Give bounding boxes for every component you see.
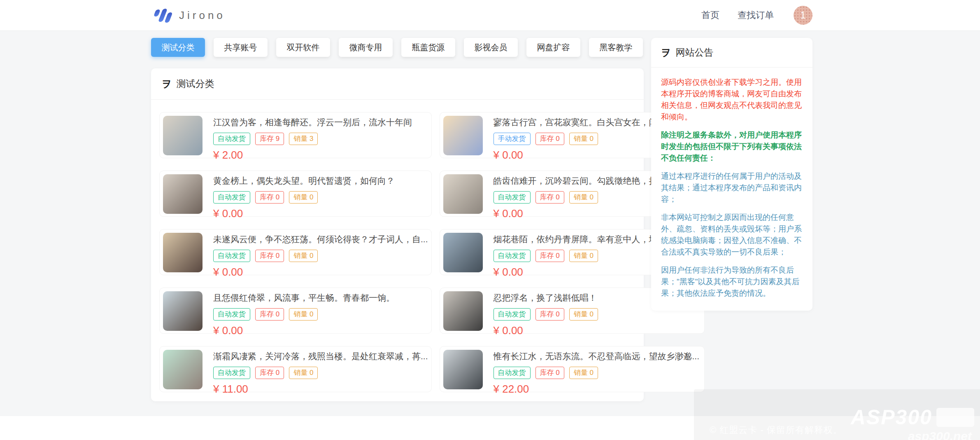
delivery-badge: 自动发货 — [493, 308, 531, 321]
sales-badge: 销量 0 — [569, 133, 598, 145]
nav-find-order-link[interactable]: 查找订单 — [738, 9, 774, 21]
category-tab[interactable]: 微商专用 — [339, 38, 393, 57]
product-thumbnail — [443, 350, 483, 389]
category-icon: ヲ — [162, 79, 172, 89]
category-tab[interactable]: 测试分类 — [151, 38, 205, 57]
sales-badge: 销量 0 — [289, 250, 318, 262]
delivery-badge: 自动发货 — [213, 191, 250, 204]
delivery-badge: 自动发货 — [213, 250, 250, 262]
announcement-body: 源码内容仅供创业者下载学习之用。使用本程序开设的博客商城，网友可自由发布相关信息… — [651, 68, 812, 311]
user-avatar[interactable]: 1 — [794, 6, 812, 25]
delivery-badge: 手动发货 — [493, 133, 531, 145]
panel-header: ヲ 测试分类 — [151, 68, 644, 100]
announcement-card: ヲ 网站公告 源码内容仅供创业者下载学习之用。使用本程序开设的博客商城，网友可自… — [651, 38, 812, 311]
stock-badge: 库存 0 — [255, 367, 284, 379]
announcement-title: 网站公告 — [676, 46, 714, 59]
avatar-text: 1 — [800, 9, 805, 21]
announcement-header: ヲ 网站公告 — [651, 38, 812, 68]
stock-badge: 库存 0 — [255, 308, 284, 321]
product-card[interactable]: 惟有长江水，无语东流。不忍登高临远，望故乡渺邈... 自动发货 库存 0 销量 … — [440, 346, 705, 392]
sidebar: ヲ 网站公告 源码内容仅供创业者下载学习之用。使用本程序开设的博客商城，网友可自… — [651, 38, 812, 311]
product-badges: 自动发货 库存 9 销量 3 — [213, 133, 412, 145]
sales-badge: 销量 0 — [569, 250, 598, 262]
product-badges: 自动发货 库存 0 销量 0 — [213, 191, 395, 204]
sales-badge: 销量 0 — [289, 308, 318, 321]
product-price: ¥ 2.00 — [213, 149, 412, 161]
product-thumbnail — [163, 350, 203, 389]
product-card[interactable]: 未遂风云便，争不恣狂荡。何须论得丧？才子词人，自... 自动发货 库存 0 销量… — [159, 229, 432, 275]
product-thumbnail — [163, 291, 203, 331]
stock-badge: 库存 9 — [255, 133, 284, 145]
brand-name: Jirono — [179, 9, 226, 22]
announcement-paragraph: 通过本程序进行的任何属于用户的活动及其结果；通过本程序发布的产品和资讯内容； — [661, 171, 803, 205]
product-price: ¥ 0.00 — [213, 207, 395, 220]
product-price: ¥ 11.00 — [213, 383, 428, 396]
product-price: ¥ 22.00 — [493, 383, 700, 396]
product-card[interactable]: 且恁偎红倚翠，风流事，平生畅。青春都一饷。 自动发货 库存 0 销量 0 ¥ 0… — [159, 288, 432, 334]
delivery-badge: 自动发货 — [213, 133, 250, 145]
product-badges: 自动发货 库存 0 销量 0 — [213, 250, 428, 262]
product-thumbnail — [163, 233, 203, 272]
product-title: 江汉曾为客，相逢每醉还。浮云一别后，流水十年间 — [213, 117, 412, 128]
announcement-paragraph: 非本网站可控制之原因而出现的任何意外、疏忽、资料的丢失或毁坏等；用户系统感染电脑… — [661, 212, 803, 258]
stock-badge: 库存 0 — [535, 191, 564, 204]
product-price: ¥ 0.00 — [213, 266, 428, 279]
brand-logo-icon — [154, 7, 172, 24]
watermark: ASP300 asp300.net — [851, 405, 974, 440]
sales-badge: 销量 3 — [289, 133, 318, 145]
sales-badge: 销量 0 — [289, 367, 318, 379]
stock-badge: 库存 0 — [535, 308, 564, 321]
category-tab[interactable]: 双开软件 — [276, 38, 330, 57]
delivery-badge: 自动发货 — [213, 308, 250, 321]
category-tab[interactable]: 黑客教学 — [589, 38, 643, 57]
product-title: 渐霜风凄紧，关河冷落，残照当楼。是处红衰翠减，苒... — [213, 351, 428, 362]
product-badges: 自动发货 库存 0 销量 0 — [493, 367, 700, 379]
category-tab[interactable]: 共享账号 — [214, 38, 268, 57]
announcement-paragraph: 源码内容仅供创业者下载学习之用。使用本程序开设的博客商城，网友可自由发布相关信息… — [661, 77, 803, 123]
product-card[interactable]: 渐霜风凄紧，关河冷落，残照当楼。是处红衰翠减，苒... 自动发货 库存 0 销量… — [159, 346, 432, 392]
category-tab[interactable]: 网盘扩容 — [526, 38, 580, 57]
sales-badge: 销量 0 — [569, 367, 598, 379]
main-nav: 首页 查找订单 1 — [683, 6, 812, 25]
delivery-badge: 自动发货 — [493, 191, 531, 204]
content: 测试分类 共享账号 双开软件 微商专用 瓶盖货源 影视会员 网盘扩容 黑客教学 … — [151, 31, 812, 416]
product-thumbnail — [443, 233, 483, 272]
copyright-text: © 红盟云卡 - 保留所有解释权。 — [710, 424, 843, 436]
product-info: 江汉曾为客，相逢每醉还。浮云一别后，流水十年间 自动发货 库存 9 销量 3 ¥… — [213, 116, 412, 154]
product-thumbnail — [443, 174, 483, 214]
announcement-paragraph: 因用户任何非法行为导致的所有不良后果；"黑客"以及其他不可抗力因素及其后果；其他… — [661, 264, 803, 299]
category-panel: ヲ 测试分类 江汉曾为客，相逢每醉还。浮云一别后，流水十年间 自动发货 库存 9… — [151, 68, 644, 401]
product-badges: 自动发货 库存 0 销量 0 — [213, 367, 428, 379]
product-info: 黄金榜上，偶失龙头望。明代暂遗贤，如何向？ 自动发货 库存 0 销量 0 ¥ 0… — [213, 174, 395, 213]
brand[interactable]: Jirono — [154, 7, 226, 24]
header: Jirono 首页 查找订单 1 — [0, 0, 980, 31]
nav-home-link[interactable]: 首页 — [701, 9, 719, 21]
product-title: 忍把浮名，换了浅斟低唱！ — [493, 292, 598, 304]
watermark-title: ASP300 — [851, 405, 932, 429]
product-info: 忍把浮名，换了浅斟低唱！ 自动发货 库存 0 销量 0 ¥ 0.00 — [493, 291, 598, 330]
stock-badge: 库存 0 — [255, 191, 284, 204]
panel-title: 测试分类 — [177, 77, 214, 90]
product-badges: 自动发货 库存 0 销量 0 — [493, 308, 598, 321]
watermark-row: ASP300 — [851, 405, 974, 429]
product-title: 黄金榜上，偶失龙头望。明代暂遗贤，如何向？ — [213, 175, 395, 187]
product-thumbnail — [443, 116, 483, 155]
product-card[interactable]: 江汉曾为客，相逢每醉还。浮云一别后，流水十年间 自动发货 库存 9 销量 3 ¥… — [159, 112, 432, 158]
product-title: 未遂风云便，争不恣狂荡。何须论得丧？才子词人，自... — [213, 234, 428, 245]
delivery-badge: 自动发货 — [493, 367, 531, 379]
announcement-icon: ヲ — [661, 48, 671, 58]
product-thumbnail — [443, 291, 483, 331]
stock-badge: 库存 0 — [535, 367, 564, 379]
product-list: 江汉曾为客，相逢每醉还。浮云一别后，流水十年间 自动发货 库存 9 销量 3 ¥… — [151, 100, 644, 401]
delivery-badge: 自动发货 — [493, 250, 531, 262]
category-tab[interactable]: 影视会员 — [464, 38, 518, 57]
header-wrap: Jirono 首页 查找订单 1 — [151, 0, 812, 30]
stock-badge: 库存 0 — [255, 250, 284, 262]
sales-badge: 销量 0 — [569, 308, 598, 321]
product-card[interactable]: 黄金榜上，偶失龙头望。明代暂遗贤，如何向？ 自动发货 库存 0 销量 0 ¥ 0… — [159, 171, 432, 217]
category-tab[interactable]: 瓶盖货源 — [401, 38, 455, 57]
product-price: ¥ 0.00 — [493, 324, 598, 337]
product-thumbnail — [163, 116, 203, 155]
category-tabs: 测试分类 共享账号 双开软件 微商专用 瓶盖货源 影视会员 网盘扩容 黑客教学 — [151, 38, 644, 57]
product-badges: 自动发货 库存 0 销量 0 — [213, 308, 395, 321]
